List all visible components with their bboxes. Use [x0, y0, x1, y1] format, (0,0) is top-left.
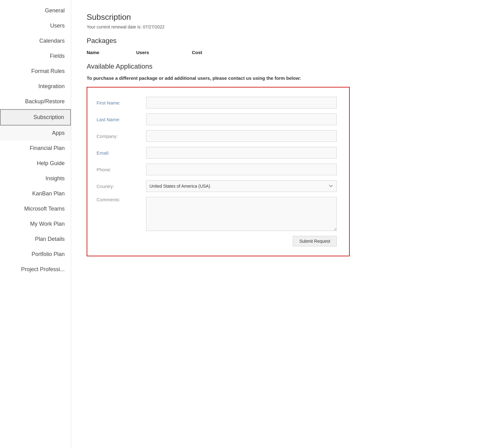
sidebar-item-financial-plan[interactable]: Financial Plan	[0, 141, 71, 156]
company-input[interactable]	[146, 130, 337, 142]
email-row: Email:	[97, 147, 337, 159]
comments-label: Comments:	[97, 197, 146, 202]
country-label: Country:	[97, 184, 146, 189]
last-name-input[interactable]	[146, 113, 337, 125]
packages-header: Name Users Cost	[87, 50, 474, 55]
last-name-label: Last Name:	[97, 117, 146, 122]
email-input[interactable]	[146, 147, 337, 159]
country-row: Country: United States of America (USA)C…	[97, 180, 337, 192]
form-actions: Submit Request	[97, 236, 337, 246]
phone-input[interactable]	[146, 164, 337, 175]
phone-label: Phone:	[97, 167, 146, 172]
first-name-row: First Name:	[97, 97, 337, 109]
sidebar-item-plan-details[interactable]: Plan Details	[0, 232, 71, 247]
sidebar-item-subscription[interactable]: Subscription	[0, 109, 71, 126]
phone-row: Phone:	[97, 164, 337, 175]
contact-form: First Name: Last Name: Company: Email: P…	[87, 87, 350, 256]
sidebar-item-calendars[interactable]: Calendars	[0, 33, 71, 49]
email-label: Email:	[97, 150, 146, 156]
main-content: Subscription Your current renewal date i…	[71, 0, 489, 448]
packages-col-name: Name	[87, 50, 136, 55]
sidebar-item-fields[interactable]: Fields	[0, 49, 71, 64]
packages-col-users: Users	[136, 50, 192, 55]
packages-title: Packages	[87, 37, 474, 45]
comments-row: Comments:	[97, 197, 337, 231]
sidebar-item-my-work-plan[interactable]: My Work Plan	[0, 216, 71, 232]
company-label: Company:	[97, 134, 146, 139]
sidebar-item-insights[interactable]: Insights	[0, 171, 71, 186]
first-name-label: First Name:	[97, 100, 146, 105]
sidebar-item-integration[interactable]: Integration	[0, 79, 71, 94]
last-name-row: Last Name:	[97, 113, 337, 125]
contact-instruction: To purchase a different package or add a…	[87, 75, 474, 81]
submit-button[interactable]: Submit Request	[293, 236, 337, 246]
sidebar-item-backup-restore[interactable]: Backup/Restore	[0, 94, 71, 109]
sidebar-item-format-rules[interactable]: Format Rules	[0, 64, 71, 79]
sidebar-item-kanban-plan[interactable]: KanBan Plan	[0, 186, 71, 201]
sidebar-item-users[interactable]: Users	[0, 18, 71, 33]
country-select[interactable]: United States of America (USA)CanadaUnit…	[146, 180, 337, 192]
company-row: Company:	[97, 130, 337, 142]
available-apps-title: Available Applications	[87, 62, 474, 70]
sidebar-item-apps[interactable]: Apps	[0, 126, 71, 141]
packages-col-cost: Cost	[192, 50, 241, 55]
sidebar-item-microsoft-teams[interactable]: Microsoft Teams	[0, 201, 71, 216]
sidebar-item-portfolio-plan[interactable]: Portfolio Plan	[0, 247, 71, 262]
first-name-input[interactable]	[146, 97, 337, 109]
sidebar-item-project-professi[interactable]: Project Professi...	[0, 262, 71, 277]
comments-textarea[interactable]	[146, 197, 337, 231]
sidebar-item-help-guide[interactable]: Help Guide	[0, 156, 71, 171]
sidebar-item-general[interactable]: General	[0, 3, 71, 18]
renewal-date: Your current renewal date is: 07/27/2022	[87, 24, 474, 29]
sidebar: GeneralUsersCalendarsFieldsFormat RulesI…	[0, 0, 71, 448]
page-title: Subscription	[87, 12, 474, 22]
